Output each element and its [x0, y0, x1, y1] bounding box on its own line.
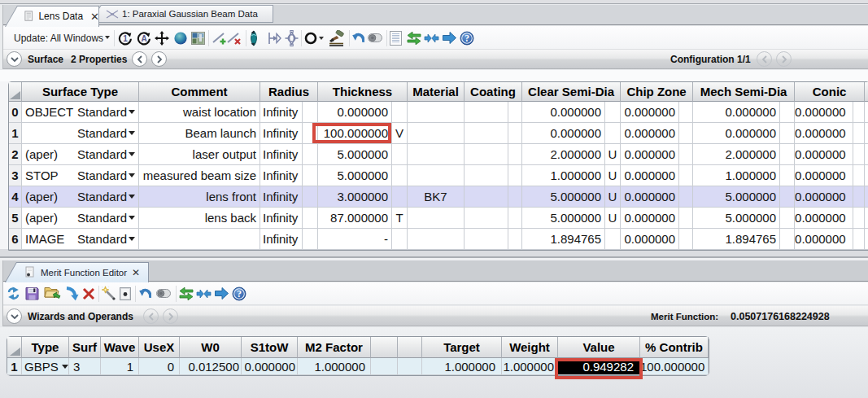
svg-text:A: A: [141, 34, 146, 43]
svg-text:?: ?: [465, 33, 469, 43]
svg-text:?: ?: [237, 289, 242, 299]
svg-text:1: 1: [123, 34, 128, 43]
